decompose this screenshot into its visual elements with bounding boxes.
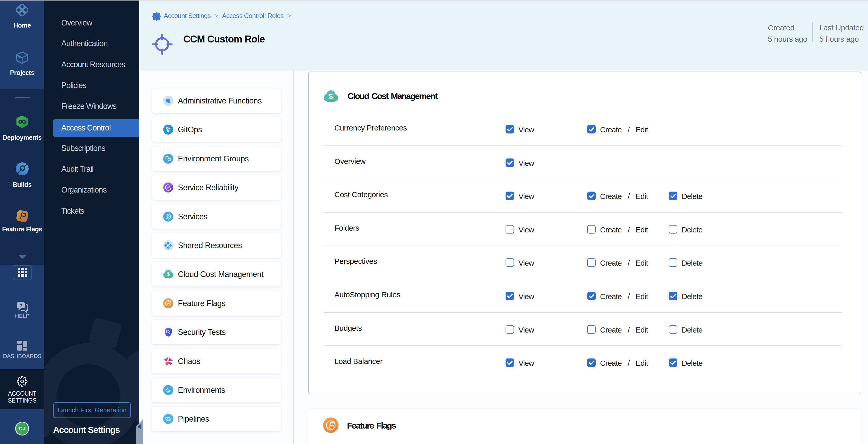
svg-text:$: $: [167, 271, 170, 277]
svg-text:?: ?: [20, 303, 22, 308]
svg-text:$: $: [329, 92, 333, 100]
